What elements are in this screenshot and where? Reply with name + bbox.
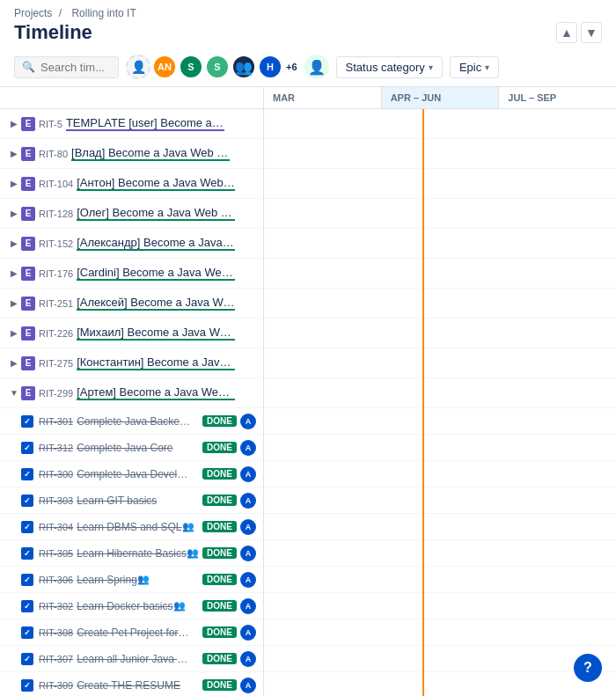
avatar-an[interactable]: AN — [152, 55, 177, 79]
breadcrumb-separator: / — [59, 7, 62, 19]
task-name: TEMPLATE [user] Become a Java Web Develo… — [66, 116, 224, 131]
table-row[interactable]: ▶ E RIT-176 [Cardini] Become a Java Web … — [0, 259, 263, 289]
help-button[interactable]: ? — [574, 654, 602, 682]
subtask-avatar: A — [240, 440, 256, 456]
expand-icon[interactable]: ▶ — [7, 237, 21, 251]
subtask-checkbox[interactable]: ✓ — [21, 574, 33, 586]
table-row[interactable]: ▼ E RIT-299 [Артем] Become a Java Web De… — [0, 378, 263, 408]
subtask-name: Complete Java Core — [77, 442, 172, 454]
gantt-row — [264, 229, 616, 259]
list-item[interactable]: ✓ RIT-300 Complete Java Developer DONE A — [0, 461, 263, 487]
expand-icon[interactable]: ▶ — [7, 326, 21, 341]
expand-icon[interactable]: ▶ — [7, 297, 21, 311]
gantt-subtask-row — [264, 672, 616, 696]
subtask-avatar: A — [240, 546, 256, 561]
table-row[interactable]: ▶ E RIT-226 [Михаил] Become a Java Web D… — [0, 319, 263, 348]
gantt-subtask-row — [264, 567, 616, 593]
table-row[interactable]: ▶ E RIT-152 [Александр] Become a Java We… — [0, 229, 263, 259]
subtask-avatar: A — [240, 466, 256, 482]
subtask-checkbox[interactable]: ✓ — [21, 653, 33, 665]
subtask-id: RIT-300 — [39, 469, 73, 480]
list-item[interactable]: ✓ RIT-301 Complete Java Backend Dev... D… — [0, 408, 263, 435]
epic-filter[interactable]: Epic ▾ — [450, 56, 499, 78]
subtask-checkbox[interactable]: ✓ — [21, 679, 33, 692]
avatar-row: 👤 AN S S 👥 H +6 — [126, 55, 297, 79]
expand-icon[interactable]: ▶ — [7, 267, 21, 281]
gantt-row — [264, 109, 616, 139]
subtask-avatar: A — [240, 519, 256, 535]
subtask-name: Create Pet Project for presen... — [77, 626, 191, 639]
gantt-row — [264, 199, 616, 229]
expand-icon[interactable]: ▼ — [7, 386, 21, 400]
gantt-row — [264, 319, 616, 348]
timeline-body: ▶ E RIT-5 TEMPLATE [user] Become a Java … — [0, 109, 616, 696]
list-item[interactable]: ✓ RIT-303 Learn GIT basics DONE A — [0, 487, 263, 514]
gantt-area — [264, 109, 616, 696]
list-item[interactable]: ✓ RIT-304 Learn DBMS and SQL 👥 DONE A — [0, 514, 263, 540]
person-icon: 👤 — [131, 60, 146, 74]
done-badge: DONE — [202, 653, 237, 664]
expand-icon[interactable]: ▶ — [7, 147, 21, 161]
help-icon: ? — [583, 660, 592, 676]
list-item[interactable]: ✓ RIT-305 Learn Hibernate Basics 👥 DONE … — [0, 540, 263, 567]
done-badge: DONE — [202, 679, 237, 691]
gantt-row — [264, 348, 616, 378]
list-item[interactable]: ✓ RIT-308 Create Pet Project for presen.… — [0, 619, 263, 646]
subtask-name: Learn all Junior Java Develop... — [77, 653, 191, 665]
avatar-h[interactable]: H — [258, 55, 282, 79]
gantt-row — [264, 378, 616, 408]
expand-icon[interactable]: ▶ — [7, 117, 21, 131]
subtask-id: RIT-301 — [39, 416, 73, 427]
table-row[interactable]: ▶ E RIT-104 [Антон] Become a Java Web De… — [0, 169, 263, 199]
list-item[interactable]: ✓ RIT-309 Create THE RESUME DONE A — [0, 672, 263, 696]
task-id: RIT-299 — [39, 388, 73, 399]
breadcrumb-projects[interactable]: Projects — [14, 7, 52, 19]
title-up-button[interactable]: ▲ — [556, 22, 577, 43]
table-row[interactable]: ▶ E RIT-275 [Константин] Become a Java W… — [0, 348, 263, 378]
status-category-filter[interactable]: Status category ▾ — [336, 56, 443, 78]
subtask-name: Learn Hibernate Basics — [77, 547, 187, 560]
subtask-avatar: A — [240, 678, 256, 693]
subtask-checkbox[interactable]: ✓ — [21, 626, 33, 639]
expand-icon[interactable]: ▶ — [7, 177, 21, 191]
avatar-unassigned[interactable]: 👤 — [126, 55, 150, 79]
table-row[interactable]: ▶ E RIT-80 [Влад] Become a Java Web Deve… — [0, 139, 263, 169]
list-item[interactable]: ✓ RIT-306 Learn Spring 👥 DONE A — [0, 567, 263, 593]
table-row[interactable]: ▶ E RIT-128 [Олег] Become a Java Web Dev… — [0, 199, 263, 229]
table-row[interactable]: ▶ E RIT-251 [Алексей] Become a Java Web … — [0, 289, 263, 319]
list-item[interactable]: ✓ RIT-302 Learn Docker basics 👥 DONE A — [0, 593, 263, 619]
gantt-subtask-row — [264, 593, 616, 619]
gantt-subtask-row — [264, 540, 616, 567]
done-badge: DONE — [202, 574, 237, 585]
list-item[interactable]: ✓ RIT-312 Complete Java Core DONE A — [0, 435, 263, 461]
task-id: RIT-128 — [39, 209, 73, 219]
done-badge: DONE — [202, 626, 237, 638]
toolbar: 🔍 👤 AN S S 👥 H +6 👤 Status category ▾ Ep… — [0, 48, 616, 86]
expand-icon[interactable]: ▶ — [7, 207, 21, 221]
subtask-avatar: A — [240, 625, 256, 641]
plus-count[interactable]: +6 — [286, 62, 297, 72]
subtask-checkbox[interactable]: ✓ — [21, 521, 33, 533]
epic-icon: E — [21, 297, 35, 311]
subtask-checkbox[interactable]: ✓ — [21, 442, 33, 454]
search-input[interactable] — [40, 61, 111, 74]
table-row[interactable]: ▶ E RIT-5 TEMPLATE [user] Become a Java … — [0, 109, 263, 139]
title-down-button[interactable]: ▼ — [581, 22, 602, 43]
subtask-checkbox[interactable]: ✓ — [21, 415, 33, 428]
subtask-checkbox[interactable]: ✓ — [21, 547, 33, 560]
expand-icon[interactable]: ▶ — [7, 356, 21, 370]
subtask-name: Learn GIT basics — [77, 495, 157, 507]
chevron-down-icon-epic: ▾ — [485, 62, 489, 72]
subtask-id: RIT-302 — [39, 601, 73, 612]
avatar-s2[interactable]: S — [205, 55, 230, 79]
subtask-checkbox[interactable]: ✓ — [21, 468, 33, 480]
subtask-checkbox[interactable]: ✓ — [21, 600, 33, 612]
add-person-button[interactable]: 👤 — [304, 55, 329, 79]
subtask-checkbox[interactable]: ✓ — [21, 495, 33, 507]
search-box[interactable]: 🔍 — [14, 56, 119, 78]
search-icon: 🔍 — [22, 61, 35, 73]
avatar-group[interactable]: 👥 — [231, 55, 256, 79]
list-item[interactable]: ✓ RIT-307 Learn all Junior Java Develop.… — [0, 646, 263, 672]
avatar-s[interactable]: S — [179, 55, 203, 79]
group-icon-small: 👥 — [187, 547, 199, 559]
